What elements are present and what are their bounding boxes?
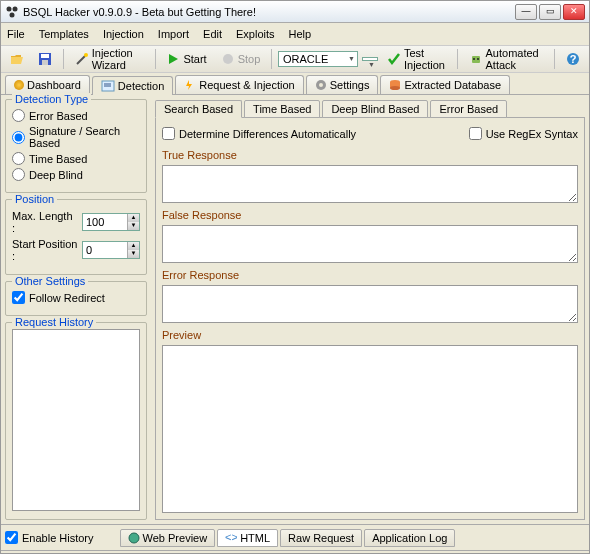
database-combo-arrow[interactable] — [362, 57, 378, 61]
position-group: Position Max. Length :▲▼ Start Position … — [5, 199, 147, 275]
start-position-spinner[interactable]: ▲▼ — [82, 241, 140, 259]
title-bar: BSQL Hacker v0.9.0.9 - Beta but Getting … — [1, 1, 589, 23]
svg-point-2 — [10, 12, 15, 17]
robot-icon — [469, 52, 483, 66]
svg-point-8 — [223, 54, 233, 64]
chevron-down-icon[interactable]: ▼ — [127, 250, 139, 258]
svg-text:?: ? — [570, 53, 577, 65]
menu-help[interactable]: Help — [289, 28, 312, 40]
svg-point-11 — [477, 58, 479, 60]
radio-signature-based[interactable]: Signature / Search Based — [12, 125, 140, 149]
subtab-error-based[interactable]: Error Based — [430, 100, 507, 118]
svg-text:<>: <> — [225, 532, 237, 543]
menu-edit[interactable]: Edit — [203, 28, 222, 40]
tab-settings[interactable]: Settings — [306, 75, 379, 94]
chevron-up-icon[interactable]: ▲ — [127, 242, 139, 250]
svg-point-18 — [319, 83, 323, 87]
tab-extracted-db[interactable]: Extracted Database — [380, 75, 510, 94]
database-combo[interactable]: ORACLE — [278, 51, 358, 67]
help-button[interactable]: ? — [561, 49, 585, 69]
tab-detection[interactable]: Detection — [92, 76, 173, 95]
menu-file[interactable]: File — [7, 28, 25, 40]
false-response-label: False Response — [162, 209, 578, 221]
svg-point-21 — [390, 86, 400, 90]
tab-request-injection[interactable]: Request & Injection — [175, 75, 303, 94]
svg-point-10 — [473, 58, 475, 60]
subtab-deep-blind[interactable]: Deep Blind Based — [322, 100, 428, 118]
gear-icon — [315, 79, 327, 91]
folder-open-icon — [10, 52, 24, 66]
help-icon: ? — [566, 52, 580, 66]
svg-point-7 — [84, 53, 88, 57]
window-buttons: — ▭ ✕ — [515, 4, 585, 20]
use-regex-check[interactable]: Use RegEx Syntax — [469, 127, 578, 140]
detection-subtabs: Search Based Time Based Deep Blind Based… — [155, 99, 585, 118]
menu-templates[interactable]: Templates — [39, 28, 89, 40]
stop-button[interactable]: Stop — [216, 49, 266, 69]
btab-raw-request[interactable]: Raw Request — [280, 529, 362, 547]
radio-error-based[interactable]: Error Based — [12, 109, 140, 122]
btab-html[interactable]: <>HTML — [217, 529, 278, 547]
automated-attack-button[interactable]: Automated Attack — [464, 44, 549, 74]
menu-bar: File Templates Injection Import Edit Exp… — [1, 23, 589, 45]
window-title: BSQL Hacker v0.9.0.9 - Beta but Getting … — [23, 6, 515, 18]
request-history-group: Request History — [5, 322, 147, 520]
app-icon — [5, 5, 19, 19]
start-button[interactable]: Start — [161, 49, 211, 69]
error-response-input[interactable] — [162, 285, 578, 323]
btab-web-preview[interactable]: Web Preview — [120, 529, 216, 547]
tab-dashboard[interactable]: Dashboard — [5, 75, 90, 94]
minimize-button[interactable]: — — [515, 4, 537, 20]
bottom-tabs: Web Preview <>HTML Raw Request Applicati… — [120, 529, 456, 547]
follow-redirect-check[interactable]: Follow Redirect — [12, 291, 140, 304]
toolbar: Injection Wizard Start Stop ORACLE Test … — [1, 45, 589, 73]
radio-deep-blind[interactable]: Deep Blind — [12, 168, 140, 181]
svg-rect-5 — [42, 60, 48, 65]
false-response-input[interactable] — [162, 225, 578, 263]
menu-import[interactable]: Import — [158, 28, 189, 40]
request-history-list[interactable] — [12, 329, 140, 511]
menu-exploits[interactable]: Exploits — [236, 28, 275, 40]
start-position-label: Start Position : — [12, 238, 78, 262]
maximize-button[interactable]: ▭ — [539, 4, 561, 20]
close-button[interactable]: ✕ — [563, 4, 585, 20]
radio-time-based[interactable]: Time Based — [12, 152, 140, 165]
status-bar: BSQL Hacker GUI — [1, 550, 589, 554]
save-button[interactable] — [33, 49, 57, 69]
save-icon — [38, 52, 52, 66]
database-icon — [389, 79, 401, 91]
bolt-icon — [184, 79, 196, 91]
max-length-label: Max. Length : — [12, 210, 78, 234]
svg-point-22 — [129, 533, 139, 543]
menu-injection[interactable]: Injection — [103, 28, 144, 40]
stop-icon — [221, 52, 235, 66]
max-length-spinner[interactable]: ▲▼ — [82, 213, 140, 231]
true-response-input[interactable] — [162, 165, 578, 203]
script-icon — [101, 80, 115, 92]
svg-line-6 — [77, 56, 85, 64]
wand-icon — [75, 52, 89, 66]
svg-point-1 — [13, 6, 18, 11]
preview-label: Preview — [162, 329, 578, 341]
chevron-down-icon[interactable]: ▼ — [127, 222, 139, 230]
btab-application-log[interactable]: Application Log — [364, 529, 455, 547]
test-injection-button[interactable]: Test Injection — [382, 44, 451, 74]
bottom-bar: Enable History Web Preview <>HTML Raw Re… — [1, 524, 589, 550]
enable-history-check[interactable]: Enable History — [5, 531, 94, 544]
chevron-up-icon[interactable]: ▲ — [127, 214, 139, 222]
determine-auto-check[interactable]: Determine Differences Automatically — [162, 127, 356, 140]
globe-icon — [128, 532, 140, 544]
code-icon: <> — [225, 532, 237, 544]
main-tab-bar: Dashboard Detection Request & Injection … — [1, 73, 589, 94]
open-button[interactable] — [5, 49, 29, 69]
true-response-label: True Response — [162, 149, 578, 161]
subtab-search-based[interactable]: Search Based — [155, 100, 242, 118]
check-icon — [387, 52, 401, 66]
other-settings-group: Other Settings Follow Redirect — [5, 281, 147, 316]
detection-type-group: Detection Type Error Based Signature / S… — [5, 99, 147, 193]
injection-wizard-button[interactable]: Injection Wizard — [70, 44, 149, 74]
gauge-icon — [14, 80, 24, 90]
preview-area[interactable] — [162, 345, 578, 513]
svg-rect-4 — [41, 54, 49, 58]
subtab-time-based[interactable]: Time Based — [244, 100, 320, 118]
